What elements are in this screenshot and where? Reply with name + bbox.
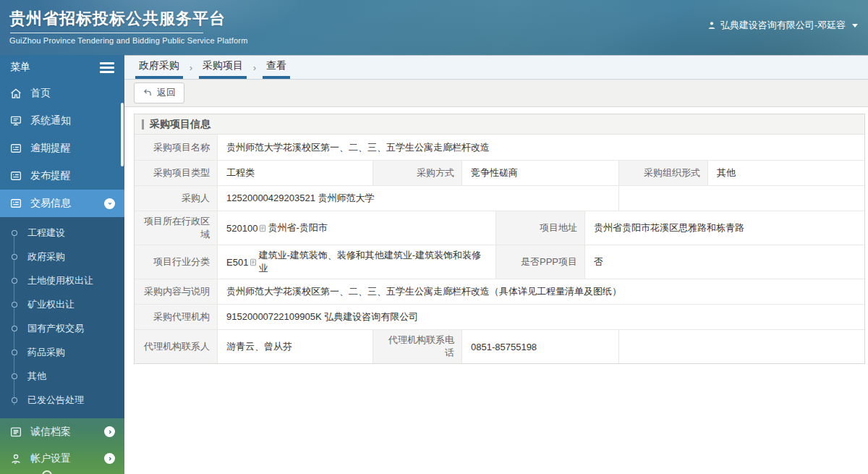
field-label: 采购组织形式 xyxy=(619,161,708,185)
table-row: 采购代理机构91520000722109905K 弘典建设咨询有限公司 xyxy=(135,304,864,329)
table-row: 项目所在行政区域520100贵州省-贵阳市项目地址贵州省贵阳市花溪区思雅路和栋青… xyxy=(135,211,864,245)
sidebar-subitem-label: 其他 xyxy=(27,370,46,383)
table-row: 采购项目类型工程类采购方式竞争性磋商采购组织形式其他 xyxy=(135,160,864,185)
bullet-icon xyxy=(12,278,17,284)
back-icon xyxy=(142,88,153,98)
accent-bar xyxy=(142,119,144,130)
sidebar-item-label: 首页 xyxy=(30,87,51,100)
main: 政府采购›采购项目›查看 返回 采购项目信息 采购项目名称贵州师范大学花溪校区第… xyxy=(124,55,868,474)
sidebar: 菜单 首页系统通知逾期提醒发布提醒交易信息 工程建设政府采购土地使用权出让矿业权… xyxy=(0,55,124,474)
breadcrumb-item-0[interactable]: 政府采购 xyxy=(135,58,183,79)
field-value: 其他 xyxy=(708,161,864,185)
user-name: 弘典建设咨询有限公司-邓廷容 xyxy=(720,19,846,32)
list-folder-icon xyxy=(9,197,22,210)
page: 贵州省招标投标公共服务平台 GuiZhou Province Tendering… xyxy=(0,0,868,474)
sidebar-subitem-land-use-right-transfer[interactable]: 土地使用权出让 xyxy=(0,268,124,292)
sidebar-subitem-published-announcements[interactable]: 已发公告处理 xyxy=(0,388,124,412)
chevron-right-circle-icon xyxy=(104,453,115,464)
sidebar-item-publish-reminder[interactable]: 发布提醒 xyxy=(0,162,124,190)
sidebar-item-label: 发布提醒 xyxy=(30,169,71,182)
field-value: 520100贵州省-贵阳市 xyxy=(218,211,496,245)
toolbar: 返回 xyxy=(124,80,868,107)
sidebar-item-account-settings[interactable]: 帐户设置 xyxy=(0,445,124,472)
sidebar-subitem-drug-procurement[interactable]: 药品采购 xyxy=(0,340,124,364)
field-value: E501建筑业-建筑装饰、装修和其他建筑业-建筑装饰和装修业 xyxy=(218,245,496,279)
sidebar-item-home[interactable]: 首页 xyxy=(0,80,124,107)
content: 采购项目信息 采购项目名称贵州师范大学花溪校区第一、二、三、五学生公寓走廊栏杆改… xyxy=(124,107,868,364)
sidebar-header: 菜单 xyxy=(0,55,124,80)
field-label: 项目所在行政区域 xyxy=(135,211,218,245)
field-value xyxy=(619,330,864,363)
field-label: 代理机构联系人 xyxy=(135,330,218,363)
back-button[interactable]: 返回 xyxy=(134,82,184,103)
breadcrumb-item-1[interactable]: 采购项目 xyxy=(199,58,247,79)
sidebar-submenu: 工程建设政府采购土地使用权出让矿业权出让国有产权交易药品采购其他已发公告处理 xyxy=(0,217,124,418)
sidebar-subitem-other[interactable]: 其他 xyxy=(0,364,124,388)
bullet-icon xyxy=(12,350,17,355)
table-row: 代理机构联系人游青云、曾从芬代理机构联系电话0851-85755198 xyxy=(135,329,864,363)
breadcrumb: 政府采购›采购项目›查看 xyxy=(124,55,868,80)
sidebar-item-overdue-reminder[interactable]: 逾期提醒 xyxy=(0,135,124,162)
sidebar-subitem-engineering-construction[interactable]: 工程建设 xyxy=(0,221,124,245)
bullet-icon xyxy=(12,302,17,308)
sidebar-item-label: 逾期提醒 xyxy=(30,142,71,155)
bullet-icon xyxy=(12,254,17,260)
breadcrumb-separator: › xyxy=(183,63,199,79)
title-underline xyxy=(10,33,203,33)
site-title: 贵州省招标投标公共服务平台 xyxy=(9,8,248,30)
field-label: 采购项目类型 xyxy=(135,161,218,185)
field-value-text: 建筑业-建筑装饰、装修和其他建筑业-建筑装饰和装修业 xyxy=(258,249,488,275)
sidebar-subitem-mining-right-transfer[interactable]: 矿业权出让 xyxy=(0,292,124,316)
field-value-code: E501 xyxy=(226,257,248,268)
bullet-icon xyxy=(12,230,17,236)
field-value: 贵州师范大学花溪校区第一、二、三、五学生公寓走廊栏杆改造（具体详见工程量清单及图… xyxy=(218,279,864,304)
panel-header: 采购项目信息 xyxy=(135,114,864,135)
sidebar-subitem-label: 工程建设 xyxy=(27,227,65,240)
field-label: 采购代理机构 xyxy=(135,305,218,329)
field-label: 采购人 xyxy=(135,186,218,211)
sidebar-item-system-notice[interactable]: 系统通知 xyxy=(0,107,124,135)
field-value: 游青云、曾从芬 xyxy=(218,330,373,363)
project-info-panel: 采购项目信息 采购项目名称贵州师范大学花溪校区第一、二、三、五学生公寓走廊栏杆改… xyxy=(134,114,865,364)
sidebar-subitem-gov-procurement[interactable]: 政府采购 xyxy=(0,245,124,268)
sidebar-subitem-label: 土地使用权出让 xyxy=(27,274,93,287)
doc-icon xyxy=(249,258,258,267)
sidebar-item-trade-info[interactable]: 交易信息 xyxy=(0,190,124,217)
sidebar-item-label: 帐户设置 xyxy=(30,452,71,465)
chevron-right-circle-icon xyxy=(104,426,115,437)
bullet-icon xyxy=(12,326,17,331)
home-icon xyxy=(9,87,22,100)
back-label: 返回 xyxy=(157,86,176,99)
menu-label: 菜单 xyxy=(10,61,30,74)
field-value: 0851-85755198 xyxy=(462,330,619,363)
field-label: 项目地址 xyxy=(496,211,585,245)
sidebar-subitem-label: 政府采购 xyxy=(27,250,65,263)
sidebar-item-credit-archive[interactable]: 诚信档案 xyxy=(0,418,124,445)
field-label: 是否PPP项目 xyxy=(496,245,585,279)
list-folder-icon xyxy=(9,169,22,182)
sidebar-subitem-label: 国有产权交易 xyxy=(27,322,84,335)
caret-down-icon xyxy=(852,24,858,27)
table-row: 采购内容与说明贵州师范大学花溪校区第一、二、三、五学生公寓走廊栏杆改造（具体详见… xyxy=(135,279,864,304)
app-header: 贵州省招标投标公共服务平台 GuiZhou Province Tendering… xyxy=(0,0,868,55)
brand: 贵州省招标投标公共服务平台 GuiZhou Province Tendering… xyxy=(9,8,248,45)
user-menu[interactable]: 弘典建设咨询有限公司-邓廷容 xyxy=(707,19,858,32)
sidebar-scrollbar[interactable] xyxy=(121,103,124,166)
site-subtitle: GuiZhou Province Tendering and Bidding P… xyxy=(9,36,248,45)
field-value: 91520000722109905K 弘典建设咨询有限公司 xyxy=(218,305,864,329)
sidebar-subitem-state-property-trade[interactable]: 国有产权交易 xyxy=(0,316,124,340)
user-check-icon xyxy=(9,452,22,465)
section-title: 采购项目信息 xyxy=(150,118,210,131)
sidebar-subitem-label: 已发公告处理 xyxy=(27,394,84,407)
breadcrumb-item-2[interactable]: 查看 xyxy=(263,58,290,79)
table-row: 采购人12520000429203521 贵州师范大学 xyxy=(135,185,864,211)
monitor-icon xyxy=(9,114,22,127)
table-row: 项目行业分类E501建筑业-建筑装饰、装修和其他建筑业-建筑装饰和装修业是否PP… xyxy=(135,245,864,279)
breadcrumb-separator: › xyxy=(247,63,263,79)
field-value: 否 xyxy=(585,245,864,279)
sidebar-bottom: 诚信档案帐户设置 xyxy=(0,418,124,472)
hamburger-icon[interactable] xyxy=(100,60,114,75)
sidebar-subitem-label: 矿业权出让 xyxy=(27,298,75,311)
field-value: 贵州省贵阳市花溪区思雅路和栋青路 xyxy=(585,211,864,245)
sidebar-item-label: 诚信档案 xyxy=(30,426,71,439)
